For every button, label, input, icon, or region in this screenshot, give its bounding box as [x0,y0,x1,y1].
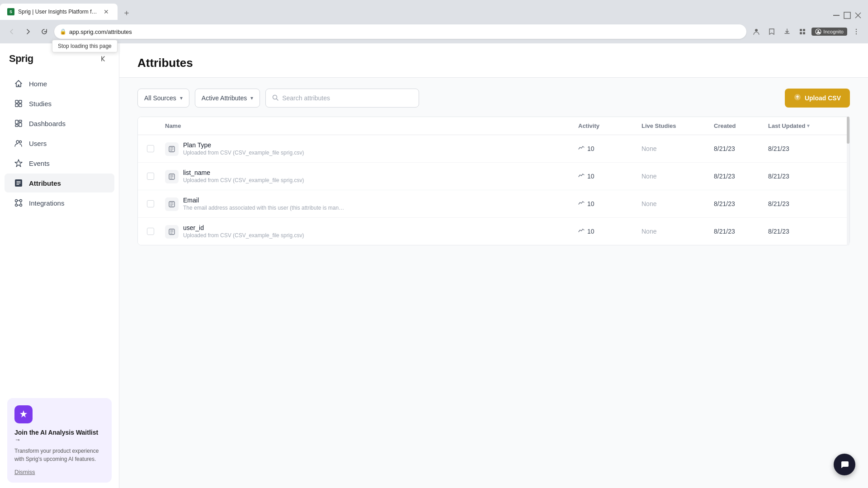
search-box[interactable]: Search attributes [265,89,419,108]
search-placeholder: Search attributes [282,94,330,102]
tab-favicon: S [7,8,14,15]
sidebar-item-users-label: Users [29,140,47,147]
activity-cell-3: 10 [578,228,642,235]
activity-icon-0 [578,145,585,153]
attr-type-icon-3 [165,225,179,239]
browser-tab[interactable]: S Sprig | User Insights Platform for... … [0,4,118,20]
forward-button[interactable] [22,25,34,38]
attr-cell-1: list_name Uploaded from CSV (CSV_example… [165,169,578,183]
chat-bubble-icon [840,460,849,469]
attributes-filter-dropdown[interactable]: Active Attributes ▾ [195,89,260,108]
sources-chevron-icon: ▾ [180,95,183,101]
sidebar-item-home[interactable]: Home [5,74,114,93]
row-checkbox-2[interactable] [147,200,154,207]
svg-point-26 [15,200,18,202]
live-studies-3: None [642,228,714,235]
attr-type-icon-0 [165,142,179,156]
new-tab-button[interactable]: ＋ [119,5,134,20]
ai-card-desc: Transform your product experience with S… [14,447,104,463]
browser-actions: Incognito [750,25,863,38]
attr-desc-3: Uploaded from CSV (CSV_example_file spri… [183,232,304,239]
sidebar-item-dashboards[interactable]: Dashboards [5,114,114,133]
sidebar-item-events[interactable]: Events [5,154,114,173]
profile-icon[interactable] [750,25,763,38]
stop-loading-tooltip: Stop loading this page [52,40,118,52]
svg-rect-22 [15,125,18,127]
page-header: Attributes [119,43,868,78]
upload-csv-button[interactable]: Upload CSV [785,89,850,108]
attr-cell-2: Email The email address associated with … [165,197,578,211]
activity-num-3: 10 [587,228,594,235]
tab-close-button[interactable]: ✕ [102,8,110,16]
reload-button[interactable] [38,25,51,38]
table-container: Name Activity Live Studies Created Last [137,117,850,245]
svg-point-4 [755,29,758,32]
svg-rect-19 [15,120,18,124]
created-0: 8/21/23 [714,145,768,152]
close-window-icon[interactable] [854,11,863,20]
activity-num-0: 10 [587,145,594,152]
ai-card-icon [14,405,33,423]
back-button[interactable] [5,25,18,38]
nav-list: Home Studies Dashboards Users [0,70,119,393]
sidebar-collapse-button[interactable] [97,52,110,65]
tab-title: Sprig | User Insights Platform for... [18,9,99,15]
incognito-badge: Incognito [811,28,847,36]
ai-card-title: Join the AI Analysis Waitlist → [14,429,104,443]
svg-rect-0 [833,15,840,16]
chat-bubble-button[interactable] [834,454,855,475]
menu-button[interactable] [850,25,863,38]
search-icon [272,94,278,102]
activity-cell-2: 10 [578,200,642,208]
attributes-table: Name Activity Live Studies Created Last [137,117,850,245]
activity-icon-2 [578,200,585,208]
attr-desc-2: The email address associated with this u… [183,205,344,211]
th-last-updated[interactable]: Last Updated ▾ [768,122,840,129]
attr-type-icon-2 [165,197,179,211]
sidebar: Sprig Home Studies D [0,43,119,488]
maximize-icon[interactable] [843,11,852,20]
sidebar-item-attributes-label: Attributes [29,179,61,187]
vertical-scrollbar[interactable] [846,117,850,245]
live-studies-1: None [642,173,714,180]
address-bar[interactable]: 🔒 app.sprig.com/attributes [54,24,746,39]
sidebar-item-integrations[interactable]: Integrations [5,193,114,212]
svg-rect-18 [19,104,22,107]
svg-point-10 [818,30,820,32]
svg-point-13 [856,33,857,34]
sidebar-item-attributes[interactable]: Attributes [5,174,114,192]
attr-type-icon-1 [165,170,179,183]
sidebar-item-studies-label: Studies [29,100,52,108]
table-header: Name Activity Live Studies Created Last [138,117,849,135]
activity-icon-1 [578,173,585,180]
main-content: Attributes All Sources ▾ Active Attribut… [119,43,868,488]
extension-icon[interactable] [796,25,809,38]
row-checkbox-0[interactable] [147,145,154,152]
activity-icon-3 [578,228,585,235]
table-row: Plan Type Uploaded from CSV (CSV_example… [138,135,849,163]
row-checkbox-3[interactable] [147,228,154,235]
download-icon[interactable] [781,25,793,38]
th-live-studies: Live Studies [642,122,714,129]
activity-num-2: 10 [587,200,594,207]
attr-name-2: Email [183,197,344,204]
minimize-icon[interactable] [832,11,841,20]
sidebar-item-users[interactable]: Users [5,134,114,153]
lock-icon: 🔒 [60,28,66,35]
svg-rect-6 [803,29,805,31]
row-checkbox-1[interactable] [147,173,154,180]
svg-point-12 [856,31,857,32]
content-area: All Sources ▾ Active Attributes ▾ Search… [119,78,868,256]
svg-point-24 [19,141,22,143]
ai-card-dismiss-button[interactable]: Dismiss [14,469,104,475]
sidebar-item-studies[interactable]: Studies [5,94,114,113]
svg-rect-7 [800,32,802,34]
sources-dropdown[interactable]: All Sources ▾ [137,89,189,108]
svg-rect-20 [19,120,22,122]
svg-rect-8 [803,32,805,34]
bookmark-icon[interactable] [765,25,778,38]
studies-icon [14,99,24,108]
attr-desc-1: Uploaded from CSV (CSV_example_file spri… [183,177,304,183]
events-icon [14,158,24,168]
svg-rect-15 [15,100,18,103]
